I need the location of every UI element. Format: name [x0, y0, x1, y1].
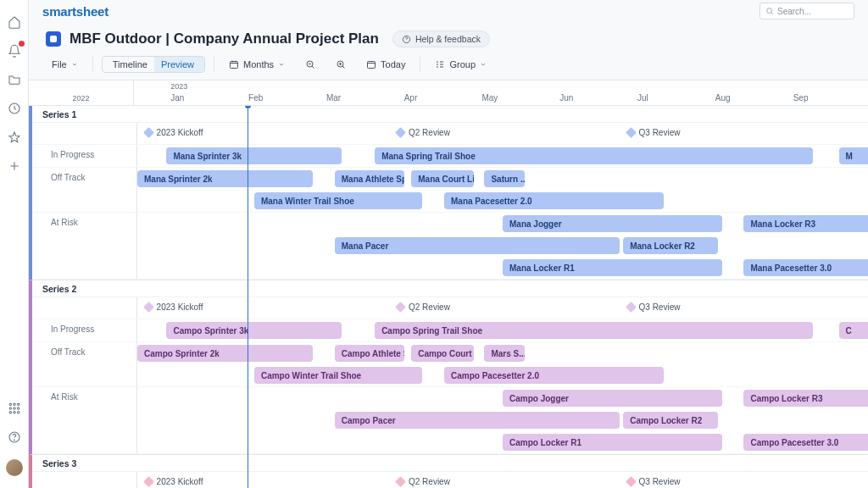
add-icon[interactable] [8, 159, 21, 173]
timeline-bar[interactable]: Campo Athlete Spo... [335, 345, 404, 362]
home-icon[interactable] [8, 15, 21, 29]
timeline-bar[interactable]: M [839, 147, 868, 164]
timeline-bar[interactable]: Campo Locker R3 [743, 390, 868, 407]
svg-point-9 [17, 411, 19, 413]
milestone[interactable]: Q3 Review [627, 128, 681, 137]
timeline-bar[interactable]: Campo Winter Trail Shoe [254, 367, 422, 384]
group-header[interactable]: Series 3 [32, 455, 868, 472]
today-button[interactable]: Today [360, 57, 411, 72]
milestone[interactable]: Q3 Review [627, 477, 681, 486]
preview-view-button[interactable]: Preview [154, 57, 204, 72]
group: Series 12023 KickoffQ2 ReviewQ3 ReviewIn… [29, 106, 868, 280]
page-title: MBF Outdoor | Company Annual Project Pla… [70, 30, 379, 47]
milestone[interactable]: 2023 Kickoff [145, 302, 203, 312]
lane-track: 2023 KickoffQ2 ReviewQ3 Review [137, 297, 868, 314]
timeline-bar[interactable]: Mana Spring Trail Shoe [375, 147, 813, 164]
timeline-view-button[interactable]: Timeline [103, 57, 154, 72]
svg-point-11 [14, 440, 14, 441]
timeline-bar[interactable]: Mana Locker R1 [503, 259, 722, 276]
group-header[interactable]: Series 2 [32, 280, 868, 297]
lane-label [32, 472, 137, 488]
left-nav [0, 0, 29, 488]
timeline-bar[interactable]: Saturn ... [484, 170, 524, 187]
timeline-bar[interactable]: Mana Pacesetter 3.0 [743, 259, 868, 276]
timeline-bar[interactable]: Mana Athlete Spo... [335, 170, 404, 187]
zoom-out-icon [305, 59, 315, 69]
milestone[interactable]: 2023 Kickoff [145, 477, 203, 486]
diamond-icon [143, 476, 154, 487]
zoom-out-button[interactable] [299, 57, 321, 72]
scale-menu[interactable]: Months [223, 57, 291, 72]
month-label: Jul [637, 93, 648, 103]
timeline-bar[interactable]: Mana Pacesetter 2.0 [444, 192, 664, 209]
sheet-icon [46, 31, 61, 47]
timeline-bar[interactable]: Campo Locker R2 [623, 412, 718, 429]
month-label: Mar [326, 93, 341, 103]
diamond-icon [143, 302, 154, 313]
lane: At RiskMana JoggerMana Locker R3Mana Pac… [32, 213, 868, 280]
group-header[interactable]: Series 1 [32, 106, 868, 123]
diamond-icon [626, 302, 637, 313]
timeline-bar[interactable]: Campo Jogger [503, 390, 722, 407]
lane: In ProgressMana Sprinter 3kMana Spring T… [32, 145, 868, 168]
search-input[interactable]: Search... [760, 3, 854, 19]
milestone[interactable]: Q2 Review [397, 477, 450, 486]
header-left-spacer: 2022 [29, 80, 134, 105]
timeline-bar[interactable]: Campo Pacesetter 2.0 [444, 367, 664, 384]
chevron-down-icon [480, 61, 487, 68]
milestone[interactable]: 2023 Kickoff [145, 128, 203, 137]
lane: 2023 KickoffQ2 ReviewQ3 Review [32, 123, 868, 145]
lane-track: Mana JoggerMana Locker R3Mana PacerMana … [137, 213, 868, 279]
app-root: smartsheet Search... MBF Outdoor | Compa… [0, 0, 868, 488]
month-label: Sep [793, 93, 809, 103]
help-feedback-button[interactable]: Help & feedback [392, 30, 490, 47]
favorites-icon[interactable] [8, 130, 21, 144]
milestone[interactable]: Q3 Review [627, 302, 681, 312]
notifications-icon[interactable] [8, 44, 21, 58]
timeline-bar[interactable]: Campo Sprinter 2k [137, 345, 313, 362]
svg-point-12 [767, 8, 772, 14]
timeline-bar[interactable]: Mana Winter Trail Shoe [254, 192, 422, 209]
help-icon[interactable] [8, 430, 21, 444]
title-bar: MBF Outdoor | Company Annual Project Pla… [29, 22, 868, 56]
timeline-bar[interactable]: Mana Locker R3 [743, 215, 868, 232]
svg-rect-17 [368, 62, 376, 69]
diamond-icon [395, 302, 406, 313]
timeline-bar[interactable]: Mana Pacer [335, 237, 620, 254]
timeline-body[interactable]: Series 12023 KickoffQ2 ReviewQ3 ReviewIn… [29, 106, 868, 488]
year-label: 2023 [170, 82, 187, 91]
timeline-bar[interactable]: C [839, 322, 868, 339]
recent-icon[interactable] [8, 102, 21, 115]
user-avatar[interactable] [6, 459, 23, 476]
timeline-bar[interactable]: Campo Court Lite [411, 345, 473, 362]
lane-label: At Risk [32, 213, 137, 279]
lane-label: Off Track [32, 168, 137, 212]
timeline-bar[interactable]: Mana Jogger [503, 215, 722, 232]
timeline-bar[interactable]: Mana Sprinter 3k [166, 147, 342, 164]
file-menu[interactable]: File [46, 57, 84, 72]
group: Series 22023 KickoffQ2 ReviewQ3 ReviewIn… [29, 280, 868, 455]
folder-icon[interactable] [8, 73, 21, 86]
timeline-bar[interactable]: Campo Pacesetter 3.0 [743, 434, 868, 451]
diamond-icon [143, 127, 154, 138]
milestone[interactable]: Q2 Review [397, 302, 450, 312]
diamond-icon [626, 476, 637, 487]
month-label: Jun [559, 93, 573, 103]
timeline-bar[interactable]: Campo Sprinter 3k [166, 322, 342, 339]
timeline-bar[interactable]: Campo Spring Trail Shoe [375, 322, 813, 339]
group-menu[interactable]: Group [429, 57, 492, 72]
milestone[interactable]: Q2 Review [397, 128, 450, 137]
apps-icon[interactable] [8, 402, 21, 415]
diamond-icon [395, 127, 406, 138]
timeline-bar[interactable]: Mars S... [484, 345, 524, 362]
timeline-bar[interactable]: Mana Sprinter 2k [137, 170, 313, 187]
timeline-bar[interactable]: Campo Pacer [335, 412, 620, 429]
month-label: Feb [248, 93, 263, 103]
timeline-bar[interactable]: Mana Locker R2 [623, 237, 718, 254]
timeline-bar[interactable]: Campo Locker R1 [503, 434, 722, 451]
lane-label: At Risk [32, 387, 137, 453]
timeline-bar[interactable]: Mana Court Lite [411, 170, 473, 187]
chevron-down-icon [278, 61, 285, 68]
zoom-in-button[interactable] [330, 57, 352, 72]
toolbar: File Timeline Preview Months [29, 56, 868, 80]
